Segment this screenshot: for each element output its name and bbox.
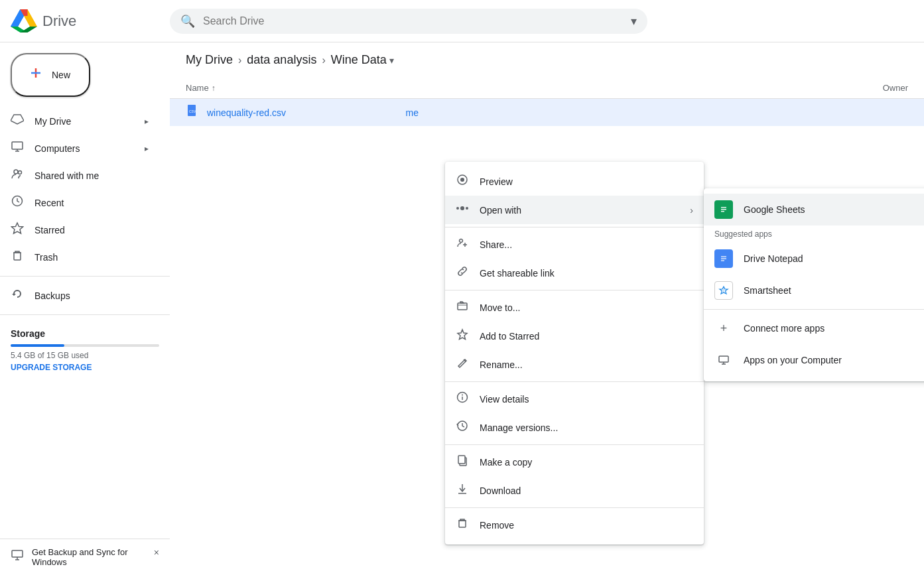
menu-item-view-details[interactable]: View details [445,385,704,413]
col-owner-header: Owner [775,83,908,93]
sidebar-item-label: Trash [34,252,58,263]
menu-item-share[interactable]: Share... [445,230,704,259]
drive-notepad-icon [714,249,733,268]
search-icon: 🔍 [180,14,195,29]
menu-item-move-to[interactable]: Move to... [445,293,704,322]
sidebar-item-label: Recent [34,198,64,208]
submenu-arrow-icon: › [690,205,693,216]
svg-point-22 [456,207,459,210]
menu-item-add-starred[interactable]: Add to Starred [445,322,704,350]
name-column-label: Name [186,83,209,93]
menu-item-manage-versions[interactable]: Manage versions... [445,413,704,442]
menu-item-make-copy[interactable]: Make a copy [445,448,704,476]
svg-point-12 [14,170,18,174]
backups-icon [11,287,24,304]
svg-point-13 [19,171,22,174]
breadcrumb-my-drive[interactable]: My Drive [186,53,233,67]
move-icon [456,300,469,315]
download-icon [456,483,469,498]
sidebar-divider [0,276,170,277]
menu-item-rename[interactable]: Rename... [445,350,704,379]
menu-item-open-with[interactable]: Open with › [445,196,704,224]
menu-item-label: Make a copy [480,457,532,468]
menu-item-label: Rename... [480,359,523,370]
star-icon [456,328,469,344]
menu-item-label: Preview [480,176,513,187]
svg-point-24 [460,239,463,243]
menu-item-remove[interactable]: Remove [445,511,704,539]
menu-item-label: Share... [480,239,512,250]
search-dropdown-icon[interactable]: ▾ [631,14,637,29]
sidebar-item-label: Computers [34,143,80,154]
sidebar-item-starred[interactable]: Starred [0,216,159,243]
new-button[interactable]: New [11,53,90,97]
col-name-header[interactable]: Name ↑ [186,83,775,93]
submenu-divider [704,309,924,310]
link-icon [456,265,469,281]
storage-title: Storage [11,328,159,339]
sidebar-item-my-drive[interactable]: My Drive ▸ [0,107,159,135]
upgrade-storage-button[interactable]: UPGRADE STORAGE [11,363,159,372]
menu-item-preview[interactable]: Preview [445,167,704,196]
info-icon [456,391,469,407]
breadcrumb-current-label: Wine Data [331,53,387,67]
file-row[interactable]: CSV winequality-red.csv me [170,99,924,126]
csv-file-icon: CSV [186,104,199,121]
svg-rect-40 [721,207,726,208]
submenu-item-connect-apps[interactable]: + Connect more apps [704,312,924,344]
sidebar-item-recent[interactable]: Recent [0,189,159,216]
open-with-icon [456,202,469,218]
sort-arrow-icon: ↑ [212,84,216,93]
submenu-item-label: Smartsheet [744,285,791,296]
svg-marker-8 [11,115,24,124]
sidebar-item-computers[interactable]: Computers ▸ [0,135,159,162]
sidebar-item-trash[interactable]: Trash [0,243,159,271]
submenu-item-apps-on-computer[interactable]: Apps on your Computer [704,344,924,376]
app-title: Drive [42,13,76,30]
svg-marker-3 [21,27,38,32]
breadcrumb-data-analysis[interactable]: data analysis [247,53,316,67]
context-menu: Preview Open with › Share... [445,162,704,544]
submenu-item-label: Google Sheets [744,204,805,215]
menu-item-label: Remove [480,520,514,531]
rename-icon [456,357,469,372]
computers-icon [11,140,24,157]
submenu-item-drive-notepad[interactable]: Drive Notepad [704,243,924,275]
search-input[interactable] [203,15,626,27]
smartsheet-icon [714,281,733,300]
svg-point-23 [466,207,468,210]
svg-rect-47 [719,356,728,362]
versions-icon [456,420,469,435]
svg-rect-42 [721,211,724,212]
submenu-item-google-sheets[interactable]: Google Sheets [704,194,924,225]
sidebar-item-shared[interactable]: Shared with me [0,162,159,189]
expand-icon: ▸ [145,117,149,126]
svg-rect-41 [721,209,726,210]
svg-marker-15 [12,223,23,233]
submenu-item-label: Apps on your Computer [744,355,842,365]
computer-apps-icon [714,351,733,369]
copy-icon [456,454,469,470]
menu-item-label: Open with [480,205,521,216]
sidebar-item-backups[interactable]: Backups [0,282,159,309]
app-logo[interactable]: Drive [11,9,170,32]
google-sheets-icon [714,200,733,219]
svg-rect-16 [14,253,21,260]
menu-item-download[interactable]: Download [445,476,704,505]
svg-point-20 [460,178,464,182]
main-content: My Drive › data analysis › Wine Data ▾ N… [170,42,924,575]
menu-item-label: Manage versions... [480,422,558,433]
plus-icon [28,65,44,81]
breadcrumb-dropdown-icon[interactable]: ▾ [389,55,394,66]
breadcrumb-wine-data[interactable]: Wine Data ▾ [331,53,394,67]
svg-rect-38 [459,521,466,527]
file-owner: me [286,107,419,118]
storage-bar-fill [11,344,64,347]
menu-item-label: Get shareable link [480,268,555,279]
submenu-item-smartsheet[interactable]: Smartsheet [704,275,924,306]
svg-rect-35 [458,456,465,464]
menu-item-get-link[interactable]: Get shareable link [445,259,704,287]
starred-icon [11,222,24,238]
owner-column-label: Owner [883,83,908,93]
search-bar[interactable]: 🔍 ▾ [170,9,647,34]
